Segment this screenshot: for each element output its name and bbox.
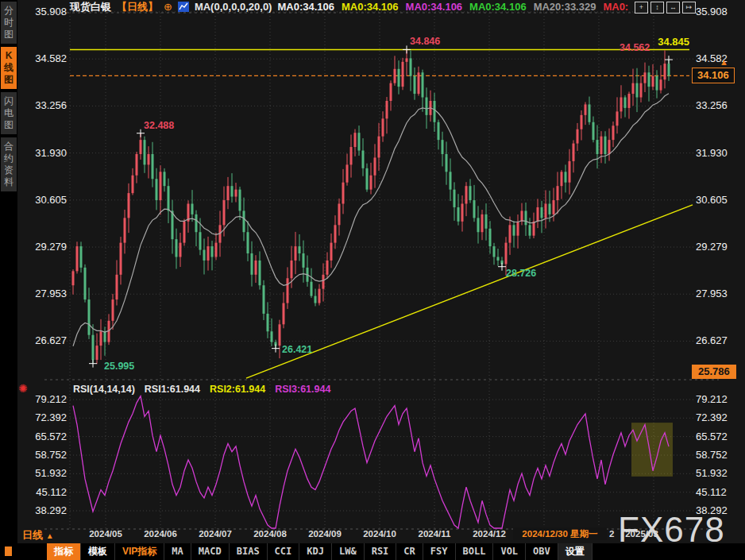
- toolbar-item-KDJ[interactable]: KDJ: [299, 543, 332, 560]
- sidebar-item-合约资料[interactable]: 合 约 资 料: [1, 137, 17, 191]
- ma-value-label: MA0:34.106: [342, 1, 399, 13]
- price-up-arrow-icon: ▲: [720, 57, 728, 67]
- toolbar-item-BOLL[interactable]: BOLL: [456, 543, 494, 560]
- x-axis-month-label: 2024/12: [473, 529, 506, 539]
- current-price-tag: 34.106: [692, 68, 735, 83]
- chart-type-icon[interactable]: [178, 2, 189, 12]
- rsi-header-label: RSI3:61.944: [275, 384, 330, 395]
- price-annotation: 28.726: [506, 268, 536, 279]
- price-axis-label: 27.953: [21, 288, 67, 299]
- fit-vertical-icon[interactable]: ↕: [650, 2, 664, 14]
- resistance-price-tag: 34.845: [651, 36, 689, 48]
- chevron-up-icon: ▲: [46, 531, 54, 540]
- x-axis-month-label: 2024/05: [89, 529, 122, 539]
- ma-value-label: MA20:33.329: [534, 1, 596, 13]
- sidebar-item-K线图[interactable]: K 线 图: [1, 47, 17, 89]
- price-annotation: 26.421: [282, 344, 312, 355]
- ma-value-label: MA0:: [603, 1, 628, 13]
- rsi-header-label: RSI(14,14,14): [73, 384, 135, 395]
- price-axis-label: 35.908: [696, 6, 742, 17]
- price-axis-label: 35.908: [21, 6, 67, 17]
- timeframe-label[interactable]: 【日线】: [117, 0, 158, 14]
- rsi-axis-label: 65.572: [21, 431, 67, 442]
- toolbar-item-CR[interactable]: CR: [396, 543, 423, 560]
- rsi-axis-label: 58.752: [696, 449, 742, 461]
- bottom-price-tag: 25.786: [692, 365, 736, 379]
- chart-window: 分 时 图K 线 图闪 电 图合 约 资 料 现货白银 【日线】 ⊕ MA(0,…: [0, 0, 745, 560]
- price-axis-label: 29.279: [696, 241, 742, 253]
- x-axis-month-label: 2024/09: [308, 529, 342, 539]
- fit-horizontal-icon[interactable]: ↔: [666, 2, 680, 14]
- rsi-axis-label: 79.212: [21, 393, 67, 405]
- toolbar-item-CCI[interactable]: CCI: [268, 543, 300, 560]
- rsi-axis-label: 51.932: [21, 467, 67, 479]
- candlestick-chart-canvas[interactable]: [0, 0, 745, 560]
- x-axis-month-label: 2024/06: [144, 529, 177, 539]
- toolbar-item-RSI[interactable]: RSI: [365, 543, 397, 560]
- rsi-axis-label: 79.212: [696, 393, 742, 405]
- price-axis-label: 33.256: [696, 99, 742, 111]
- price-axis-label: 31.930: [21, 147, 67, 159]
- ma-settings-label: MA(0,0,0,0,20,0): [195, 1, 272, 13]
- toolbar-item-设置[interactable]: 设置: [558, 543, 593, 560]
- rsi-axis-label: 45.112: [696, 486, 742, 498]
- rsi-axis-label: 72.392: [21, 411, 67, 423]
- pan-icon[interactable]: +: [635, 2, 648, 14]
- x-axis-month-label: 2024/07: [199, 529, 232, 539]
- toolbar-item-模板[interactable]: 模板: [81, 543, 115, 560]
- rsi-header: RSI(14,14,14)RSI1:61.944RSI2:61.944RSI3:…: [73, 384, 330, 395]
- rsi-header-label: RSI1:61.944: [145, 384, 200, 395]
- period-selector[interactable]: 日线 ▲: [22, 528, 54, 543]
- sidebar-item-分时图[interactable]: 分 时 图: [1, 2, 17, 44]
- rsi-axis-label: 58.752: [21, 449, 67, 461]
- toolbar-items: 指标模板VIP指标MAMACDBIASCCIKDJLW&RSICRFSYBOLL…: [47, 543, 593, 560]
- ma-value-label: MA0:34.106: [469, 1, 527, 13]
- toolbar-item-FSY[interactable]: FSY: [423, 543, 456, 560]
- sidebar-item-闪电图[interactable]: 闪 电 图: [1, 92, 17, 134]
- x-axis-month-label: 2024/10: [363, 529, 396, 539]
- price-annotation: 32.488: [144, 120, 174, 131]
- ma-value-label: MA0:34.106: [406, 1, 463, 13]
- price-annotation: 34.846: [410, 36, 440, 47]
- x-axis-month-label: 2024/08: [253, 529, 287, 539]
- toolbar-item-指标[interactable]: 指标: [47, 543, 81, 560]
- toolbar-item-VIP指标[interactable]: VIP指标: [115, 543, 164, 560]
- indicator-settings-icon[interactable]: ✺: [18, 382, 28, 395]
- price-axis-label: 27.953: [696, 288, 742, 299]
- crosshair-date-tooltip: 2024/12/30 星期一: [513, 527, 607, 540]
- rsi-axis-label: 65.572: [696, 431, 742, 442]
- toolbar-item-VOL[interactable]: VOL: [493, 543, 526, 560]
- x-axis-month-label: 2024/11: [419, 529, 451, 539]
- price-axis-label: 30.605: [21, 194, 67, 206]
- x-axis-month-label: 2025/03: [625, 529, 658, 539]
- price-annotation: 25.995: [104, 361, 134, 372]
- chart-toolbuttons: +↕↔↦: [635, 2, 696, 14]
- price-annotation: 34.562: [620, 42, 650, 53]
- bottom-toolbar: 指标模板VIP指标MAMACDBIASCCIKDJLW&RSICRFSYBOLL…: [0, 543, 745, 560]
- left-sidebar: 分 时 图K 线 图闪 电 图合 约 资 料: [0, 0, 17, 560]
- symbol-name: 现货白银: [70, 0, 111, 14]
- add-indicator-icon[interactable]: ⊕: [164, 1, 172, 13]
- rsi-axis-label: 45.112: [21, 486, 67, 498]
- price-axis-label: 26.627: [21, 334, 67, 346]
- toolbar-item-LW&[interactable]: LW&: [332, 543, 365, 560]
- price-axis-label: 34.582: [696, 52, 742, 64]
- ma-values: MA0:34.106MA0:34.106MA0:34.106MA0:34.106…: [277, 1, 628, 13]
- rsi-axis-label: 38.292: [21, 504, 67, 516]
- toolbar-item-BIAS[interactable]: BIAS: [230, 543, 268, 560]
- price-axis-label: 30.605: [696, 194, 742, 206]
- x-axis-partial-label: 2: [609, 529, 614, 539]
- shift-right-icon[interactable]: ↦: [682, 2, 696, 14]
- rsi-axis-label: 51.932: [696, 467, 742, 479]
- ma-value-label: MA0:34.106: [277, 1, 334, 13]
- price-axis-label: 33.256: [21, 99, 67, 111]
- toolbar-item-OBV[interactable]: OBV: [526, 543, 558, 560]
- chart-legend: 现货白银 【日线】 ⊕ MA(0,0,0,0,20,0) MA0:34.106M…: [70, 1, 628, 13]
- toolbar-item-MACD[interactable]: MACD: [191, 543, 230, 560]
- price-axis-label: 34.582: [21, 52, 67, 64]
- price-axis-label: 26.627: [696, 334, 742, 346]
- rsi-header-label: RSI2:61.944: [210, 384, 265, 395]
- rsi-axis-label: 72.392: [696, 411, 742, 423]
- toolbar-corner-icon[interactable]: [2, 546, 12, 556]
- toolbar-item-MA[interactable]: MA: [164, 543, 191, 560]
